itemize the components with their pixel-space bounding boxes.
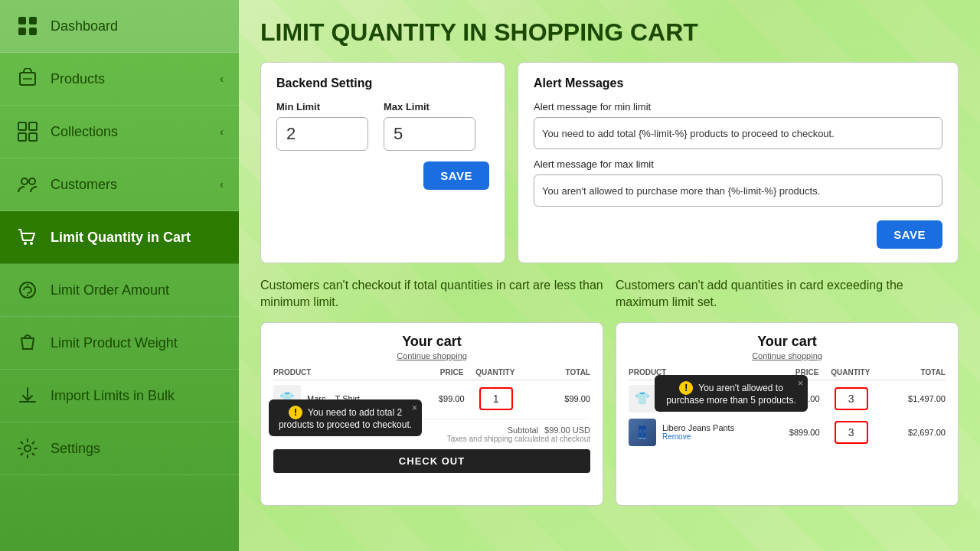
min-limit-input[interactable] (276, 117, 368, 151)
col-price-header: PRICE (400, 368, 464, 377)
preview-min-card: Your cart Continue shopping PRODUCT PRIC… (260, 322, 603, 506)
max-limit-input[interactable] (384, 117, 475, 151)
alerts-save-button[interactable]: SAVE (877, 220, 942, 249)
collections-icon (15, 119, 40, 144)
product1-total: $1,497.00 (883, 394, 946, 403)
preview-min-cart-title: Your cart (273, 334, 590, 350)
limit-inputs-row: Min Limit Max Limit (276, 101, 489, 151)
backend-setting-card: Backend Setting Min Limit Max Limit SAVE (260, 62, 505, 263)
svg-rect-1 (29, 17, 37, 24)
warning-icon: ! (289, 406, 302, 419)
svg-point-17 (24, 445, 31, 452)
product1-qty-box (820, 387, 883, 410)
sidebar-item-customers[interactable]: Customers ‹ (0, 158, 239, 211)
svg-point-10 (21, 178, 28, 184)
taxes-label: Taxes and shipping calculated at checkou… (447, 435, 590, 443)
chevron-down-icon: ‹ (220, 178, 224, 191)
product2-qty-input[interactable] (835, 421, 868, 444)
sidebar-item-label: Limit Product Weight (51, 335, 178, 351)
desc-min-text: Customers can't checkout if total quanti… (260, 277, 603, 311)
weight-icon (15, 331, 40, 355)
preview-row: Your cart Continue shopping PRODUCT PRIC… (260, 322, 959, 506)
max-alert-popup: ! You aren't allowed to purchase more th… (655, 375, 808, 412)
sidebar-item-dashboard[interactable]: Dashboard (0, 0, 239, 53)
svg-rect-2 (18, 28, 26, 35)
svg-rect-6 (18, 122, 26, 130)
svg-rect-3 (29, 28, 37, 35)
min-alert-label: Alert message for min limit (534, 101, 942, 112)
svg-rect-7 (29, 122, 37, 130)
product2-total: $2,697.00 (883, 428, 946, 437)
checkout-button[interactable]: CHECK OUT (273, 449, 590, 473)
min-alert-input[interactable] (534, 117, 942, 149)
import-icon (15, 383, 40, 408)
product2-qty-box (820, 421, 883, 444)
col-total-header: TOTAL (882, 368, 946, 377)
min-alert-popup: ! You need to add total 2 products to pr… (269, 399, 422, 436)
min-limit-label: Min Limit (276, 101, 368, 112)
svg-rect-0 (18, 17, 26, 24)
warning-icon-max: ! (679, 381, 693, 395)
order-icon (15, 278, 40, 302)
close-popup-button[interactable]: × (412, 403, 417, 413)
subtotal-value: $99.00 USD (544, 425, 590, 435)
product-qty-box (465, 387, 528, 410)
sidebar-item-import-limits-bulk[interactable]: Import Limits in Bulk (0, 370, 239, 422)
preview-min-continue-shopping[interactable]: Continue shopping (273, 351, 590, 360)
product-qty-input[interactable] (479, 387, 513, 410)
alert-save-row: SAVE (534, 220, 942, 249)
product2-name: Libero Jeans Pants (662, 423, 756, 432)
col-product-header: PRODUCT (273, 368, 400, 377)
chevron-down-icon: ‹ (220, 126, 224, 138)
close-max-popup-button[interactable]: × (798, 378, 803, 389)
desc-max-text: Customers can't add quantities in card e… (616, 277, 959, 311)
svg-point-12 (24, 242, 27, 245)
svg-point-13 (30, 242, 33, 245)
svg-rect-8 (18, 133, 26, 141)
sidebar-item-collections[interactable]: Collections ‹ (0, 106, 239, 158)
cart-icon (15, 225, 40, 249)
backend-save-button[interactable]: SAVE (423, 161, 489, 190)
sidebar-item-label: Import Limits in Bulk (51, 388, 175, 404)
chevron-down-icon: ‹ (220, 73, 224, 85)
product1-thumbnail: 👕 (629, 385, 656, 412)
alert-messages-card: Alert Messages Alert message for min lim… (518, 62, 959, 263)
sidebar-item-label: Limit Quantity in Cart (51, 230, 191, 246)
sidebar-item-settings[interactable]: Settings (0, 422, 239, 475)
preview-max-continue-shopping[interactable]: Continue shopping (629, 351, 946, 360)
svg-point-11 (29, 178, 35, 184)
max-limit-field: Max Limit (384, 101, 475, 151)
subtotal-label: Subtotal (508, 425, 538, 435)
description-row: Customers can't checkout if total quanti… (260, 277, 959, 311)
min-limit-field: Min Limit (276, 101, 368, 151)
svg-rect-9 (29, 133, 37, 141)
product-total: $99.00 (528, 394, 590, 403)
max-limit-label: Max Limit (384, 101, 475, 112)
settings-cards-row: Backend Setting Min Limit Max Limit SAVE… (260, 62, 959, 263)
sidebar-item-limit-order-amount[interactable]: Limit Order Amount (0, 264, 239, 317)
col-total-header: TOTAL (527, 368, 590, 377)
main-content: LIMIT QUANTITY IN SHOPPING CART Backend … (239, 0, 980, 551)
sidebar-item-products[interactable]: Products ‹ (0, 53, 239, 106)
sidebar-item-label: Collections (51, 124, 118, 140)
product2-remove[interactable]: Remove (662, 432, 756, 441)
preview-min-table-header: PRODUCT PRICE QUANTITY TOTAL (273, 368, 590, 380)
alert-messages-title: Alert Messages (534, 77, 942, 90)
sidebar-item-label: Products (51, 71, 105, 87)
dashboard-icon (15, 14, 40, 38)
product2-price: $899.00 (756, 428, 819, 437)
backend-setting-title: Backend Setting (276, 77, 489, 90)
sidebar-item-label: Limit Order Amount (51, 282, 169, 298)
settings-icon (15, 436, 40, 461)
sidebar-item-limit-product-weight[interactable]: Limit Product Weight (0, 317, 239, 370)
preview-max-product2-row: 👖 Libero Jeans Pants Remove $899.00 $2,6… (629, 419, 946, 446)
sidebar-item-label: Settings (51, 441, 100, 457)
preview-max-card: Your cart Continue shopping PRODUCT PRIC… (616, 322, 959, 506)
sidebar: Dashboard Products ‹ Collections ‹ (0, 0, 239, 551)
product1-qty-input[interactable] (835, 387, 868, 410)
sidebar-item-label: Customers (51, 177, 117, 193)
max-alert-label: Alert message for max limit (534, 158, 942, 170)
sidebar-item-limit-quantity-cart[interactable]: Limit Quantity in Cart (0, 211, 239, 264)
preview-max-cart-title: Your cart (629, 334, 946, 350)
max-alert-input[interactable] (534, 174, 942, 207)
